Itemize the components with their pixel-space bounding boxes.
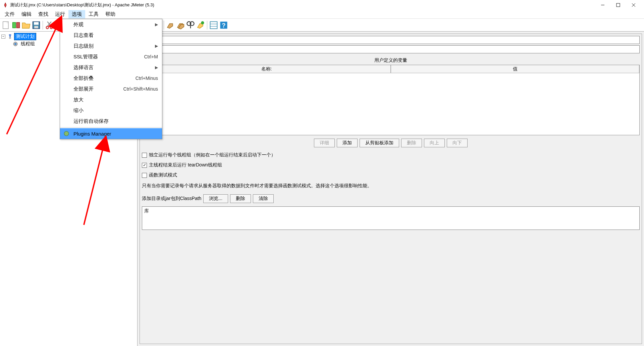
menu-autosave[interactable]: 运行前自动保存: [60, 116, 162, 127]
reset-search-icon[interactable]: [196, 20, 205, 30]
col-value[interactable]: 值: [391, 65, 639, 73]
search-icon[interactable]: [186, 20, 195, 30]
vars-table: 名称: 值: [142, 65, 640, 135]
svg-rect-23: [9, 37, 11, 39]
menu-collapse-all[interactable]: 全部折叠 Ctrl+Minus: [60, 73, 162, 84]
menu-expand-all[interactable]: 全部展开 Ctrl+Shift+Minus: [60, 84, 162, 94]
col-name[interactable]: 名称:: [142, 65, 391, 73]
chevron-right-icon: ▶: [155, 65, 158, 70]
up-button[interactable]: 向上: [424, 139, 445, 147]
window-title: 测试计划.jmx (C:\Users\stars\Desktop\测试计划.jm…: [10, 2, 595, 8]
add-button[interactable]: 添加: [337, 139, 358, 147]
down-button[interactable]: 向下: [447, 139, 468, 147]
testplan-icon: [7, 34, 13, 39]
name-input[interactable]: [142, 36, 640, 44]
note-text: 只有当你需要记录每个请求从服务器取得的数据到文件时才需要选择函数测试模式。选择这…: [142, 183, 640, 189]
classpath-label: 添加目录或jar包到ClassPath: [142, 196, 201, 202]
menu-plugins-manager[interactable]: Plugins Manager: [60, 128, 162, 139]
menu-zoom-out[interactable]: 缩小: [60, 105, 162, 116]
collapse-icon[interactable]: −: [1, 35, 5, 39]
clear-icon[interactable]: [166, 20, 175, 30]
clear-cp-button[interactable]: 清除: [253, 194, 274, 203]
svg-rect-6: [16, 22, 19, 28]
menu-run[interactable]: 运行: [52, 10, 68, 18]
chevron-right-icon: ▶: [155, 44, 158, 48]
new-icon[interactable]: [1, 20, 11, 30]
maximize-button[interactable]: [610, 0, 626, 10]
check-functional[interactable]: [142, 173, 147, 178]
svg-rect-18: [210, 21, 217, 29]
menu-log-view[interactable]: 日志查看: [60, 30, 162, 41]
vars-body[interactable]: [142, 73, 639, 135]
menu-ssl-manager[interactable]: SSL管理器 Ctrl+M: [60, 51, 162, 62]
delete-button[interactable]: 删除: [401, 139, 422, 147]
tree-root-label[interactable]: 测试计划: [14, 33, 36, 40]
classpath-item[interactable]: 库: [144, 208, 149, 213]
svg-rect-9: [34, 26, 38, 28]
menu-log-level[interactable]: 日志级别 ▶: [60, 41, 162, 51]
svg-point-11: [50, 26, 52, 29]
svg-point-10: [46, 26, 49, 29]
svg-rect-5: [13, 22, 16, 28]
save-icon[interactable]: [32, 20, 41, 30]
app-icon: [3, 2, 8, 8]
menu-file[interactable]: 文件: [1, 10, 18, 18]
menu-help[interactable]: 帮助: [102, 10, 119, 18]
menu-separator: [60, 127, 162, 128]
menu-options[interactable]: 选项: [68, 10, 85, 18]
svg-text:?: ?: [222, 22, 225, 29]
tree-child-label[interactable]: 线程组: [19, 41, 36, 47]
open-icon[interactable]: [21, 20, 31, 30]
check-teardown[interactable]: ✓: [142, 163, 147, 168]
clear-all-icon[interactable]: [176, 20, 185, 30]
clipboard-button[interactable]: 从剪贴板添加: [360, 139, 399, 147]
close-button[interactable]: [626, 0, 641, 10]
chevron-right-icon: ▶: [155, 22, 158, 27]
menu-look-feel[interactable]: 外观 ▶: [60, 19, 162, 30]
check-functional-label: 函数测试模式: [149, 172, 177, 178]
svg-rect-8: [34, 22, 39, 24]
check-teardown-label: 主线程结束后运行 tearDown线程组: [149, 162, 222, 168]
svg-point-26: [64, 131, 69, 136]
main-panel: 名称: 用户定义的变量 名称: 值 详细 添加 从剪贴板添加 删除 向上 向下: [138, 32, 644, 346]
browse-button[interactable]: 浏览...: [203, 194, 228, 203]
menu-edit[interactable]: 编辑: [18, 10, 35, 18]
comment-input[interactable]: [157, 45, 640, 53]
cut-icon[interactable]: [45, 20, 54, 30]
menu-zoom-in[interactable]: 放大: [60, 94, 162, 105]
templates-icon[interactable]: [11, 20, 21, 30]
delete-cp-button[interactable]: 删除: [230, 194, 251, 203]
check-independent-label: 独立运行每个线程组（例如在一个组运行结束后启动下一个）: [149, 152, 276, 158]
minimize-button[interactable]: [595, 0, 610, 10]
menu-tools[interactable]: 工具: [85, 10, 102, 18]
menu-search[interactable]: 查找: [35, 10, 52, 18]
menu-bar: 文件 编辑 查找 运行 选项 工具 帮助: [0, 10, 644, 19]
svg-point-25: [14, 43, 16, 45]
plugins-icon: [63, 131, 69, 137]
threadgroup-icon: [13, 41, 18, 47]
vars-title: 用户定义的变量: [142, 57, 640, 63]
svg-point-17: [201, 21, 204, 24]
function-icon[interactable]: [209, 20, 218, 30]
classpath-list[interactable]: 库: [142, 206, 640, 230]
svg-rect-1: [616, 3, 620, 7]
check-independent[interactable]: [142, 153, 147, 158]
options-dropdown: 外观 ▶ 日志查看 日志级别 ▶ SSL管理器 Ctrl+M 选择语言 ▶ 全部…: [60, 19, 162, 139]
detail-button[interactable]: 详细: [314, 139, 335, 147]
menu-language[interactable]: 选择语言 ▶: [60, 62, 162, 73]
title-bar: 测试计划.jmx (C:\Users\stars\Desktop\测试计划.jm…: [0, 0, 644, 10]
help-icon[interactable]: ?: [219, 20, 228, 30]
